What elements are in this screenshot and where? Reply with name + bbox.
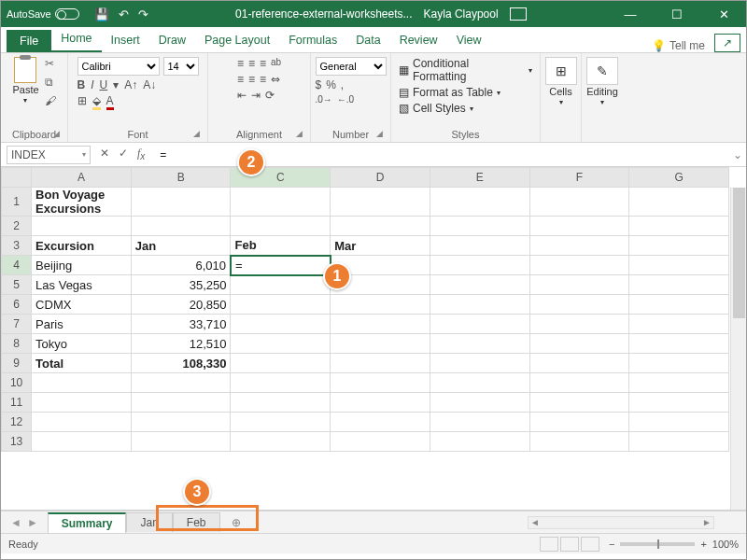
dialog-launcher-icon[interactable]: ◢ <box>193 129 200 138</box>
format-painter-icon[interactable]: 🖌 <box>45 94 56 107</box>
tab-data[interactable]: Data <box>346 29 389 52</box>
cell-styles-button[interactable]: ▧Cell Styles▾ <box>399 102 532 115</box>
align-middle-icon[interactable]: ≡ <box>248 57 255 70</box>
cell[interactable] <box>32 217 132 236</box>
cell[interactable] <box>430 373 529 393</box>
cell[interactable]: 35,250 <box>131 275 231 295</box>
cell[interactable] <box>331 354 430 373</box>
cell[interactable] <box>231 217 331 236</box>
maximize-button[interactable]: ☐ <box>660 7 694 21</box>
zoom-control[interactable]: − + 100% <box>609 539 739 550</box>
comma-icon[interactable]: , <box>341 78 344 91</box>
row-header[interactable]: 7 <box>2 315 32 334</box>
cell[interactable] <box>331 295 430 315</box>
cell[interactable] <box>131 217 231 236</box>
cell[interactable]: Excursion <box>32 236 132 256</box>
cell[interactable] <box>629 315 729 334</box>
dialog-launcher-icon[interactable]: ◢ <box>296 129 303 138</box>
vertical-scrollbar[interactable] <box>730 188 746 510</box>
cell[interactable] <box>430 354 529 373</box>
tab-insert[interactable]: Insert <box>102 29 149 52</box>
cell[interactable] <box>231 432 331 452</box>
cell[interactable] <box>331 315 430 334</box>
cell[interactable] <box>529 334 629 354</box>
cell[interactable] <box>32 413 132 432</box>
row-header[interactable]: 4 <box>2 256 32 275</box>
cell[interactable] <box>32 393 132 413</box>
cell[interactable] <box>529 315 629 334</box>
cell[interactable]: 12,510 <box>131 334 231 354</box>
cell[interactable] <box>529 373 629 393</box>
cell[interactable] <box>629 275 729 295</box>
row-header[interactable]: 6 <box>2 295 32 315</box>
cell[interactable]: Mar <box>331 236 430 256</box>
column-header[interactable]: E <box>430 168 529 188</box>
cancel-formula-icon[interactable]: ✕ <box>100 147 109 161</box>
cell[interactable]: = <box>231 256 331 275</box>
cell[interactable] <box>529 354 629 373</box>
tab-file[interactable]: File <box>7 30 51 52</box>
column-header[interactable]: D <box>331 168 430 188</box>
align-bottom-icon[interactable]: ≡ <box>260 57 266 70</box>
account-icon[interactable] <box>510 7 527 21</box>
bold-button[interactable]: B <box>78 78 86 91</box>
cell[interactable] <box>430 236 529 256</box>
cell[interactable] <box>529 256 629 275</box>
cell[interactable] <box>629 236 729 256</box>
cell[interactable] <box>231 295 331 315</box>
merge-icon[interactable]: ⇔ <box>271 73 280 86</box>
copy-icon[interactable]: ⧉ <box>45 76 56 89</box>
cell[interactable] <box>331 217 430 236</box>
row-header[interactable]: 12 <box>2 413 32 432</box>
cell[interactable]: 20,850 <box>131 295 231 315</box>
italic-button[interactable]: I <box>91 78 93 91</box>
cell[interactable] <box>231 188 331 217</box>
save-icon[interactable]: 💾 <box>94 7 109 21</box>
align-top-icon[interactable]: ≡ <box>237 57 244 70</box>
autosave-toggle[interactable]: AutoSave <box>7 8 79 20</box>
cell[interactable] <box>331 393 430 413</box>
cell[interactable]: Las Vegas <box>32 275 132 295</box>
cell[interactable] <box>629 217 729 236</box>
cell[interactable] <box>430 432 529 452</box>
cell[interactable] <box>629 295 729 315</box>
zoom-slider[interactable] <box>620 542 695 546</box>
cell[interactable]: Feb <box>231 236 331 256</box>
cell[interactable] <box>529 413 629 432</box>
cut-icon[interactable]: ✂ <box>45 57 56 70</box>
column-header[interactable]: A <box>32 168 132 188</box>
cell[interactable]: Paris <box>32 315 132 334</box>
font-name-select[interactable]: Calibri <box>78 57 160 76</box>
decrease-indent-icon[interactable]: ⇤ <box>237 89 247 102</box>
font-size-select[interactable]: 14 <box>163 57 199 76</box>
align-right-icon[interactable]: ≡ <box>260 73 266 86</box>
fill-color-icon[interactable]: ⬙ <box>92 94 101 110</box>
cell[interactable] <box>529 393 629 413</box>
row-header[interactable]: 8 <box>2 334 32 354</box>
normal-view-icon[interactable] <box>540 537 558 552</box>
cell[interactable] <box>430 275 529 295</box>
cell[interactable]: Jan <box>131 236 231 256</box>
cell[interactable] <box>430 334 529 354</box>
row-header[interactable]: 2 <box>2 217 32 236</box>
cell[interactable] <box>430 217 529 236</box>
fx-icon[interactable]: fx <box>137 147 145 161</box>
cell[interactable] <box>331 373 430 393</box>
tab-home[interactable]: Home <box>51 27 101 52</box>
wrap-text-icon[interactable]: ab <box>271 57 281 70</box>
cell[interactable] <box>430 315 529 334</box>
cell[interactable] <box>231 315 331 334</box>
cell[interactable] <box>131 413 231 432</box>
orientation-icon[interactable]: ⟳ <box>265 89 275 102</box>
font-color-icon[interactable]: A <box>106 94 114 110</box>
cell[interactable] <box>529 275 629 295</box>
borders-icon[interactable]: ⊞ <box>78 94 87 110</box>
number-format-select[interactable]: General <box>316 57 387 76</box>
tab-nav-prev-icon[interactable]: ◄ <box>10 516 21 529</box>
cell[interactable] <box>331 432 430 452</box>
cell[interactable] <box>529 295 629 315</box>
cell[interactable] <box>231 354 331 373</box>
share-button[interactable]: ↗ <box>714 34 740 52</box>
cell[interactable] <box>430 413 529 432</box>
cell[interactable] <box>529 188 629 217</box>
